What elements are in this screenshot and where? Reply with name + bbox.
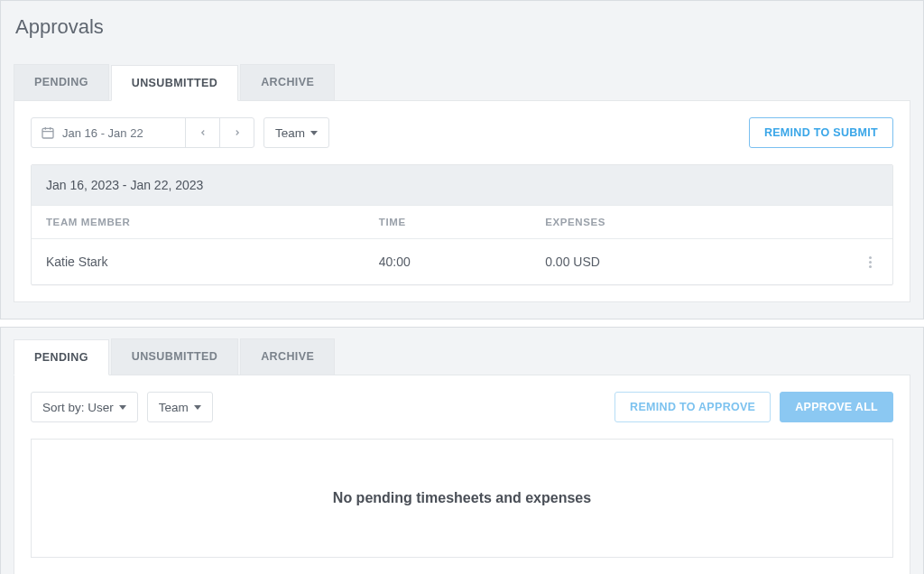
next-week-button[interactable] [219, 118, 254, 147]
approve-all-button[interactable]: APPROVE ALL [780, 392, 893, 422]
toolbar-left: Jan 16 - Jan 22 Team [31, 117, 329, 148]
content-top: Jan 16 - Jan 22 Team REMIND TO SUBMIT [14, 101, 910, 302]
page-title: Approvals [15, 15, 910, 39]
caret-down-icon [119, 405, 126, 410]
team-dropdown[interactable]: Team [263, 117, 329, 148]
sort-dropdown[interactable]: Sort by: User [31, 392, 138, 422]
col-header-time: TIME [379, 217, 545, 227]
date-range-text: Jan 16 - Jan 22 [62, 126, 143, 140]
approvals-panel-bottom: PENDING UNSUBMITTED ARCHIVE Sort by: Use… [0, 327, 924, 574]
table-row: Katie Stark 40:00 0.00 USD [32, 239, 892, 284]
caret-down-icon [194, 405, 201, 410]
svg-rect-0 [42, 128, 53, 138]
tab-unsubmitted[interactable]: UNSUBMITTED [111, 338, 238, 375]
sort-dropdown-label: Sort by: User [42, 401, 114, 414]
date-range-group: Jan 16 - Jan 22 [31, 117, 254, 148]
row-menu-button[interactable] [862, 254, 878, 270]
approvals-panel-top: Approvals PENDING UNSUBMITTED ARCHIVE [0, 0, 924, 319]
table-date-header: Jan 16, 2023 - Jan 22, 2023 [32, 165, 892, 205]
col-header-member: TEAM MEMBER [46, 217, 379, 227]
tab-unsubmitted[interactable]: UNSUBMITTED [111, 65, 238, 101]
timesheet-table: Jan 16, 2023 - Jan 22, 2023 TEAM MEMBER … [31, 164, 893, 285]
date-range-picker[interactable]: Jan 16 - Jan 22 [32, 118, 185, 147]
empty-state: No pending timesheets and expenses [31, 439, 893, 558]
toolbar-bottom: Sort by: User Team REMIND TO APPROVE APP… [31, 392, 893, 422]
remind-to-approve-button[interactable]: REMIND TO APPROVE [614, 392, 771, 422]
cell-member: Katie Stark [46, 255, 379, 269]
chevron-left-icon [199, 128, 208, 137]
team-dropdown-label: Team [275, 126, 305, 140]
chevron-right-icon [233, 128, 242, 137]
team-dropdown[interactable]: Team [147, 392, 213, 422]
toolbar-right: REMIND TO APPROVE APPROVE ALL [614, 392, 893, 422]
content-bottom: Sort by: User Team REMIND TO APPROVE APP… [14, 375, 910, 574]
prev-week-button[interactable] [185, 118, 219, 147]
toolbar-right: REMIND TO SUBMIT [749, 117, 893, 148]
calendar-icon [41, 125, 55, 140]
tabs-bottom: PENDING UNSUBMITTED ARCHIVE [14, 338, 910, 375]
cell-expenses: 0.00 USD [545, 255, 819, 269]
tab-archive[interactable]: ARCHIVE [240, 338, 335, 375]
toolbar-left: Sort by: User Team [31, 392, 213, 422]
team-dropdown-label: Team [159, 401, 189, 414]
toolbar-top: Jan 16 - Jan 22 Team REMIND TO SUBMIT [31, 117, 893, 148]
tabs-top: PENDING UNSUBMITTED ARCHIVE [14, 64, 910, 101]
tab-pending[interactable]: PENDING [14, 339, 109, 375]
cell-time: 40:00 [379, 255, 545, 269]
col-header-expenses: EXPENSES [545, 217, 819, 227]
table-column-headers: TEAM MEMBER TIME EXPENSES [32, 205, 892, 239]
tab-archive[interactable]: ARCHIVE [240, 64, 335, 100]
remind-to-submit-button[interactable]: REMIND TO SUBMIT [749, 117, 893, 148]
empty-state-text: No pending timesheets and expenses [333, 490, 591, 505]
tab-pending[interactable]: PENDING [14, 64, 109, 100]
caret-down-icon [310, 131, 318, 135]
